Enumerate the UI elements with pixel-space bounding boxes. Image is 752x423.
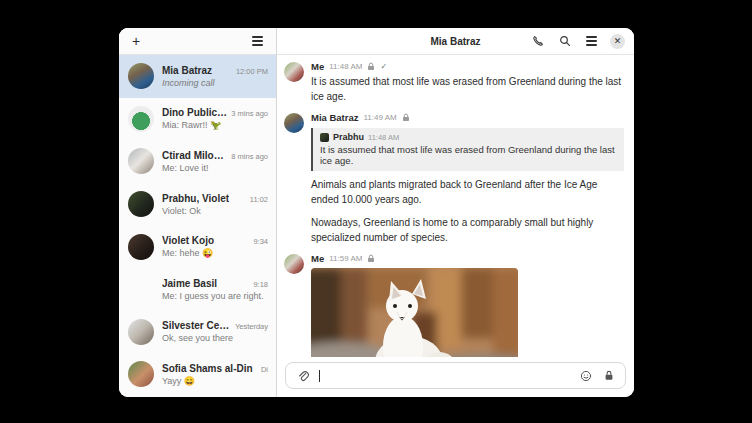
message-text: Animals and plants migrated back to Gree…: [311, 178, 624, 207]
message-sender: Me: [311, 61, 324, 72]
conversation-name: Dino Public Chat: [162, 107, 227, 118]
avatar: [128, 319, 154, 345]
phone-icon: [532, 35, 544, 47]
close-button[interactable]: ✕: [610, 34, 625, 49]
plus-icon: +: [132, 36, 140, 46]
conversation-preview: Me: hehe 😜: [162, 248, 268, 258]
conversation-name: Ctirad Miloslav: [162, 150, 227, 161]
hamburger-icon: [586, 36, 597, 45]
lock-icon: [367, 254, 375, 263]
close-icon: ✕: [614, 37, 622, 46]
chat-header: Mia Batraz ✕: [277, 28, 634, 55]
conversation-item-sofia-shams-al-din[interactable]: Sofia Shams al-Din Di Yayy 😄: [119, 353, 276, 396]
conversation-item-violet-kojo[interactable]: Violet Kojo 9:34 Me: hehe 😜: [119, 225, 276, 268]
conversation-name: Sofia Shams al-Din: [162, 363, 253, 374]
arctic-fox-image[interactable]: [311, 268, 518, 357]
message-list: Me 11:48 AM ✓ It is assumed that most li…: [277, 55, 634, 357]
message-text: Nowadays, Greenland is home to a compara…: [311, 216, 624, 245]
conversation-list: Mia Batraz 12:00 PM Incoming call Dino P…: [119, 55, 276, 397]
new-chat-button[interactable]: +: [130, 34, 142, 48]
message-me-1159: Me 11:59 AM: [284, 252, 624, 357]
conversation-time: Di: [261, 365, 268, 374]
quote-time: 11:48 AM: [368, 133, 399, 142]
message-input[interactable]: [320, 367, 570, 385]
avatar: [128, 63, 154, 89]
message-time: 11:48 AM: [329, 62, 362, 71]
conversation-preview: Incoming call: [162, 78, 268, 88]
avatar: [128, 191, 154, 217]
conversation-preview: Yayy 😄: [162, 376, 268, 386]
message-text: It is assumed that most life was erased …: [311, 75, 624, 104]
conversation-time: 3 mins ago: [231, 109, 268, 118]
message-mia-1149: Mia Batraz 11:49 AM Prabhu 11:48 AM It i…: [284, 111, 624, 245]
avatar: [128, 276, 154, 302]
emoji-picker-button[interactable]: [578, 368, 594, 384]
avatar: [128, 106, 154, 132]
chat-app-window: + Mia Batraz 12:00 PM Incoming call: [119, 28, 634, 397]
conversation-preview: Me: I guess you are right.: [162, 291, 268, 301]
call-button[interactable]: [530, 33, 546, 49]
conversation-item-mia-batraz[interactable]: Mia Batraz 12:00 PM Incoming call: [119, 55, 276, 98]
quote-text: It is assumed that most life was erased …: [320, 144, 616, 166]
conversation-time: 9:18: [253, 280, 268, 289]
quoted-message[interactable]: Prabhu 11:48 AM It is assumed that most …: [311, 128, 624, 171]
conversation-time: 9:34: [253, 237, 268, 246]
encryption-lock-button[interactable]: [602, 368, 616, 383]
conversation-preview: Violet: Ok: [162, 206, 268, 216]
hamburger-icon: [252, 36, 263, 45]
avatar: [128, 234, 154, 260]
paperclip-icon: [297, 370, 309, 382]
avatar: [284, 113, 304, 133]
conversation-name: Silvester Cefin: [162, 320, 231, 331]
message-sender: Me: [311, 253, 324, 264]
conversation-time: 8 mins ago: [231, 152, 268, 161]
message-me-1148: Me 11:48 AM ✓ It is assumed that most li…: [284, 60, 624, 104]
conversation-item-jaime-basil[interactable]: Jaime Basil 9:18 Me: I guess you are rig…: [119, 268, 276, 311]
lock-icon: [367, 62, 375, 71]
chat-main-pane: Mia Batraz ✕: [277, 28, 634, 397]
attach-file-button[interactable]: [295, 368, 311, 384]
conversation-item-ctirad-miloslav[interactable]: Ctirad Miloslav 8 mins ago Me: Love it!: [119, 140, 276, 183]
conversation-preview: Me: Love it!: [162, 163, 268, 173]
emoji-smiley-icon: [580, 370, 592, 382]
avatar: [284, 254, 304, 274]
conversation-name: Prabhu, Violet: [162, 193, 229, 204]
conversation-time: 12:00 PM: [236, 67, 268, 76]
conversation-name: Mia Batraz: [162, 65, 212, 76]
avatar: [284, 62, 304, 82]
sidebar-menu-button[interactable]: [250, 34, 265, 47]
conversation-name: Jaime Basil: [162, 278, 217, 289]
conversation-name: Violet Kojo: [162, 235, 214, 246]
avatar: [128, 361, 154, 387]
conversation-preview: Ok, see you there: [162, 333, 268, 343]
conversation-time: Yesterday: [235, 322, 268, 331]
room-menu-button[interactable]: [584, 34, 599, 47]
message-time: 11:59 AM: [329, 254, 362, 263]
conversation-time: 11:02: [250, 195, 268, 204]
conversation-item-prabhu-violet[interactable]: Prabhu, Violet 11:02 Violet: Ok: [119, 183, 276, 226]
quote-sender: Prabhu: [333, 132, 364, 142]
message-sender: Mia Batraz: [311, 112, 359, 123]
message-time: 11:49 AM: [364, 113, 397, 122]
avatar: [128, 148, 154, 174]
lock-icon: [402, 113, 410, 122]
sidebar-header: +: [119, 28, 276, 55]
avatar: [320, 133, 329, 142]
conversation-item-silvester-cefin[interactable]: Silvester Cefin Yesterday Ok, see you th…: [119, 311, 276, 354]
delivered-check-icon: ✓: [380, 62, 387, 71]
conversation-preview: Mia: Rawr!! 🦖: [162, 120, 268, 130]
search-icon: [559, 35, 571, 47]
lock-icon: [604, 370, 614, 381]
search-button[interactable]: [557, 33, 573, 49]
message-composer: [285, 362, 626, 389]
conversation-sidebar: + Mia Batraz 12:00 PM Incoming call: [119, 28, 277, 397]
conversation-item-dino-public-chat[interactable]: Dino Public Chat 3 mins ago Mia: Rawr!! …: [119, 98, 276, 141]
